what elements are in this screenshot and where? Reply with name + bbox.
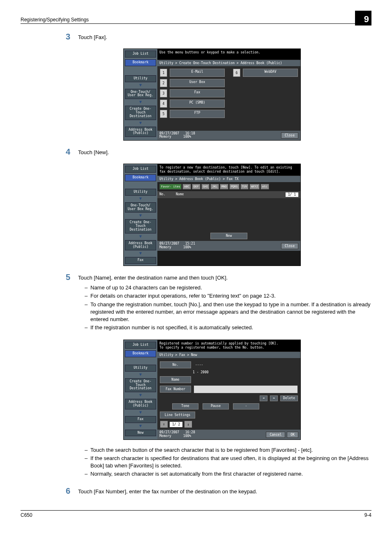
chevron-down-icon: ▼ — [125, 83, 156, 87]
fax-nav[interactable]: Fax — [125, 257, 156, 264]
job-list-tab[interactable]: Job List — [125, 166, 156, 173]
ftp-button[interactable]: FTP — [170, 110, 225, 118]
message-bar: To register a new fax destination, touch… — [157, 164, 300, 176]
new-nav[interactable]: New — [125, 430, 156, 437]
screenshot-fax-list: Job List Bookmark Utility ▼ One-Touch/ U… — [123, 164, 301, 266]
name-button[interactable]: Name — [160, 376, 191, 383]
sub-item: To change the registration number, touch… — [85, 301, 371, 324]
step-number: 4 — [66, 147, 78, 159]
chevron-down-icon: ▼ — [125, 234, 156, 238]
create-onetouch-nav[interactable]: Create One-Touch Destination — [125, 106, 156, 120]
bookmark-tab[interactable]: Bookmark — [125, 174, 156, 181]
chevron-down-icon: ▼ — [125, 120, 156, 125]
breadcrumb: Utility > Create One-Touch Destination >… — [157, 60, 300, 66]
screenshot-fax-new: Job List Bookmark Utility ▼ Create One-T… — [123, 340, 301, 439]
chapter-badge: 9 — [355, 11, 371, 25]
job-list-tab[interactable]: Job List — [125, 342, 156, 349]
step-number: 3 — [66, 32, 78, 44]
chevron-down-icon: ▼ — [125, 372, 156, 377]
page-indicator: 1/ 2 — [170, 422, 182, 427]
col-no: No. — [159, 192, 176, 197]
message-bar: Registered number is automatically appli… — [157, 340, 300, 352]
mno-tab[interactable]: MNO — [220, 184, 228, 190]
page-header: Registering/Specifying Settings 9 — [21, 16, 371, 24]
step-text: Touch [New]. — [78, 149, 371, 156]
job-list-tab[interactable]: Job List — [125, 51, 156, 58]
step-number: 5 — [66, 273, 78, 335]
destination-list — [157, 198, 300, 231]
ghi-tab[interactable]: GHI — [201, 184, 210, 190]
sub-item: If the registration number is not specif… — [85, 324, 371, 331]
def-tab[interactable]: DEF — [192, 184, 201, 190]
step-number: 6 — [66, 486, 78, 498]
chevron-down-icon: ▼ — [125, 423, 156, 428]
menu-num: 6 — [233, 69, 240, 77]
breadcrumb: Utility > Fax > New — [157, 352, 300, 358]
etc-tab[interactable]: etc — [261, 184, 269, 190]
delete-button[interactable]: Delete — [280, 395, 298, 402]
status-bar: 09/27/2007 15:21 Memory 100% — [159, 242, 279, 250]
fax-button[interactable]: Fax — [170, 89, 225, 97]
tuv-tab[interactable]: TUV — [240, 184, 249, 190]
footer-left: C650 — [21, 512, 32, 518]
page-down-button[interactable]: ↓ — [184, 421, 192, 428]
pqrs-tab[interactable]: PQRS — [229, 184, 240, 190]
menu-num: 2 — [160, 79, 167, 87]
no-button[interactable]: No. — [160, 361, 191, 368]
address-book-nav[interactable]: Address Book (Public) — [125, 240, 156, 251]
sub-item: Name of up to 24 characters can be regis… — [85, 284, 371, 291]
create-onetouch-nav[interactable]: Create One-Touch Destination — [125, 378, 156, 392]
abc-tab[interactable]: ABC — [182, 184, 191, 190]
favorites-tab[interactable]: Favor- ites — [159, 184, 182, 190]
step-text: Touch [Name], enter the destination name… — [78, 274, 371, 282]
menu-num: 5 — [160, 110, 167, 118]
faxnumber-field[interactable] — [194, 385, 298, 393]
chevron-down-icon: ▼ — [125, 99, 156, 104]
utility-nav[interactable]: Utility — [125, 189, 156, 196]
sub-item: If the search character is specified for… — [85, 455, 371, 469]
ok-button[interactable]: OK — [287, 432, 298, 438]
address-book-nav[interactable]: Address Book (Public) — [125, 399, 156, 409]
userbox-button[interactable]: User Box — [170, 79, 225, 87]
tone-button[interactable]: Tone — [172, 403, 198, 409]
header-title: Registering/Specifying Settings — [21, 17, 89, 23]
chevron-down-icon: ▼ — [125, 196, 156, 201]
create-onetouch-nav[interactable]: Create One-Touch Destination — [125, 219, 156, 233]
sub-item: Touch the search button of the search ch… — [85, 446, 371, 454]
footer-right: 9-4 — [364, 512, 371, 518]
fax-nav[interactable]: Fax — [125, 416, 156, 423]
step-text: Touch [Fax]. — [78, 34, 371, 41]
utility-nav[interactable]: Utility — [125, 365, 156, 372]
bookmark-tab[interactable]: Bookmark — [125, 350, 156, 357]
status-bar: 09/27/2007 16:28 Memory 100% — [159, 431, 264, 438]
jkl-tab[interactable]: JKL — [210, 184, 219, 190]
faxnumber-button[interactable]: Fax Number — [160, 386, 191, 393]
new-button[interactable]: New — [210, 233, 247, 240]
right-arrow-button[interactable]: ➡ — [270, 395, 278, 402]
onetouch-nav[interactable]: One-Touch/ User Box Reg. — [125, 89, 156, 99]
alpha-tabs: Favor- ites ABC DEF GHI JKL MNO PQRS TUV… — [157, 182, 300, 191]
wxyz-tab[interactable]: WXYZ — [249, 184, 260, 190]
address-book-nav[interactable]: Address Book (Public) — [125, 127, 156, 137]
close-button[interactable]: Close — [281, 243, 298, 249]
menu-num: 3 — [160, 89, 167, 97]
page-up-button[interactable]: ↑ — [160, 421, 168, 428]
cancel-button[interactable]: Cancel — [266, 432, 285, 438]
col-name: Name — [176, 192, 286, 197]
no-value: ---- — [194, 363, 203, 367]
breadcrumb: Utility > Address Book (Public) > Fax TX — [157, 176, 300, 182]
pcsmb-button[interactable]: PC (SMB) — [170, 99, 225, 108]
onetouch-nav[interactable]: One-Touch/ User Box Reg. — [125, 202, 156, 213]
status-bar: 09/27/2007 16:18 Memory 100% — [159, 132, 279, 139]
utility-nav[interactable]: Utility — [125, 75, 156, 82]
line-settings-button[interactable]: Line Settings — [160, 412, 195, 419]
email-button[interactable]: E-Mail — [170, 69, 225, 77]
left-arrow-button[interactable]: ⬅ — [260, 395, 267, 402]
close-button[interactable]: Close — [281, 132, 298, 139]
pause-button[interactable]: Pause — [203, 403, 229, 409]
dash-button[interactable]: - — [233, 403, 259, 409]
menu-num: 1 — [160, 69, 167, 77]
webdav-button[interactable]: WebDAV — [243, 69, 298, 77]
bookmark-tab[interactable]: Bookmark — [125, 59, 156, 66]
screenshot-address-book: Job List Bookmark Utility ▼ One-Touch/ U… — [123, 49, 301, 141]
